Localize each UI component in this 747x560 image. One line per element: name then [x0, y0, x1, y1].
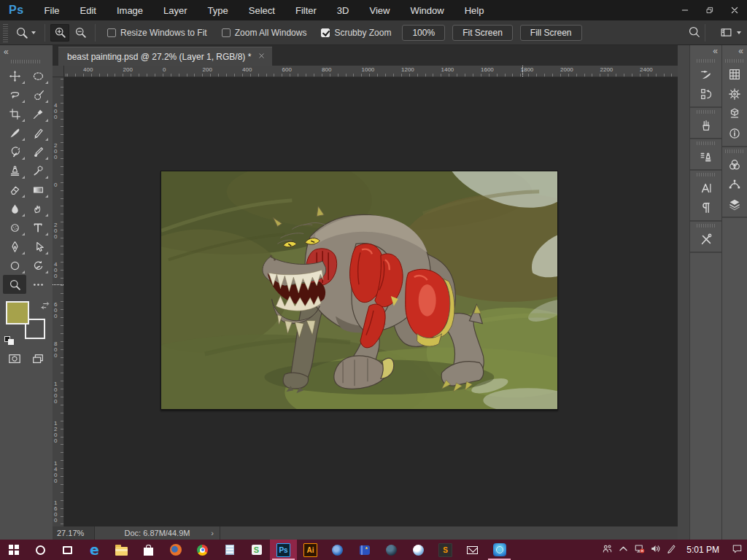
history-brush-tool[interactable]: [3, 142, 26, 161]
collapse-tools-icon[interactable]: [4, 47, 9, 57]
task-view-button[interactable]: [54, 540, 81, 560]
menu-window[interactable]: Window: [400, 1, 454, 20]
sponge-tool[interactable]: [3, 218, 26, 237]
crop-tool[interactable]: [3, 104, 26, 123]
zoom-all-windows-checkbox[interactable]: Zoom All Windows: [222, 28, 307, 38]
swap-colors-icon[interactable]: [40, 300, 50, 313]
channels-panel-icon[interactable]: [722, 155, 747, 174]
volume-icon[interactable]: [650, 543, 661, 557]
status-zoom-field[interactable]: 27.17%: [53, 526, 95, 540]
resize-windows-to-fit-checkbox[interactable]: Resize Windows to Fit: [107, 28, 207, 38]
sublime-text-app[interactable]: S: [432, 540, 459, 560]
color-replacement-tool[interactable]: [26, 142, 50, 161]
panel-group-grip[interactable]: [697, 110, 716, 114]
history-panel-icon[interactable]: [690, 84, 721, 104]
collapse-panels-icon[interactable]: [713, 46, 718, 56]
cortana-button[interactable]: [27, 540, 54, 560]
default-colors-icon[interactable]: [4, 336, 15, 345]
rotate-view-tool[interactable]: [26, 256, 50, 275]
brush-settings-panel-icon[interactable]: [690, 64, 721, 84]
character-panel-icon[interactable]: [690, 178, 721, 198]
people-icon[interactable]: [602, 543, 613, 557]
navigator-panel-icon[interactable]: [722, 84, 747, 104]
direct-selection-tool[interactable]: [26, 237, 50, 256]
eraser-tool[interactable]: [3, 180, 26, 199]
fill-screen-button[interactable]: Fill Screen: [520, 25, 582, 41]
clone-source-panel-icon[interactable]: [690, 147, 721, 166]
panel-group-grip[interactable]: [725, 149, 744, 153]
store-app[interactable]: [135, 540, 162, 560]
chrome-app[interactable]: [189, 540, 216, 560]
tor-browser-app[interactable]: [324, 540, 351, 560]
quick-selection-tool[interactable]: [26, 85, 50, 104]
menu-filter[interactable]: Filter: [285, 1, 327, 20]
3d-panel-icon[interactable]: [722, 104, 747, 123]
tools-panel-grip[interactable]: [11, 60, 42, 63]
panel-group-grip[interactable]: [697, 59, 716, 63]
scrubby-zoom-checkbox[interactable]: Scrubby Zoom: [321, 28, 391, 38]
edit-toolbar[interactable]: [26, 275, 50, 294]
notepad-app[interactable]: [216, 540, 243, 560]
photoshop-app[interactable]: Ps: [270, 540, 297, 560]
collapse-panels-icon[interactable]: [738, 46, 743, 56]
sharex-app[interactable]: S: [243, 540, 270, 560]
action-center-icon[interactable]: [732, 543, 743, 557]
fit-screen-button[interactable]: Fit Screen: [452, 25, 513, 41]
zoom-tool[interactable]: [3, 275, 26, 294]
quick-mask-button[interactable]: [8, 352, 21, 368]
menu-layer[interactable]: Layer: [153, 1, 198, 20]
menu-3d[interactable]: 3D: [327, 1, 360, 20]
pen-input-icon[interactable]: [666, 543, 677, 557]
edge-app[interactable]: e: [81, 540, 108, 560]
blur-tool[interactable]: [3, 199, 26, 218]
file-explorer-app[interactable]: [108, 540, 135, 560]
lasso-tool[interactable]: [3, 85, 26, 104]
pencil-tool[interactable]: [26, 123, 50, 142]
type-tool[interactable]: [26, 218, 50, 237]
ellipse-tool[interactable]: [3, 256, 26, 275]
mail-app[interactable]: [459, 540, 486, 560]
minimize-button[interactable]: [673, 1, 697, 19]
layers-panel-icon[interactable]: [722, 194, 747, 214]
brushes-panel-icon[interactable]: [690, 115, 721, 135]
smudge-tool[interactable]: [26, 199, 50, 218]
swatches-panel-icon[interactable]: [722, 64, 747, 84]
menu-image[interactable]: Image: [107, 1, 153, 20]
camtasia-app[interactable]: [486, 540, 513, 560]
zoom-out-mode-button[interactable]: [71, 24, 90, 42]
paragraph-panel-icon[interactable]: [690, 198, 721, 217]
status-doc-info[interactable]: Doc: 6.87M/44.9M: [95, 526, 220, 540]
search-icon[interactable]: [688, 26, 700, 40]
move-tool[interactable]: [3, 66, 26, 85]
tool-preset-picker[interactable]: [11, 25, 40, 41]
panel-group-grip[interactable]: [725, 59, 744, 63]
chevron-up-icon[interactable]: [618, 543, 629, 557]
start-button[interactable]: [0, 540, 27, 560]
menu-select[interactable]: Select: [239, 1, 285, 20]
menu-edit[interactable]: Edit: [70, 1, 107, 20]
close-button[interactable]: [722, 1, 747, 19]
clone-stamp-tool[interactable]: [3, 161, 26, 180]
globe-browser-app[interactable]: [378, 540, 405, 560]
foreground-color-swatch[interactable]: [6, 301, 29, 324]
horizontal-ruler[interactable]: 4002000200400600800100012001400160018002…: [64, 66, 678, 77]
menu-view[interactable]: View: [359, 1, 400, 20]
firefox-app[interactable]: [162, 540, 189, 560]
menu-file[interactable]: File: [34, 1, 70, 20]
panel-group-grip[interactable]: [697, 141, 716, 145]
close-tab-icon[interactable]: [258, 52, 265, 61]
brush-tool[interactable]: [3, 123, 26, 142]
art-history-brush-tool[interactable]: [26, 161, 50, 180]
pen-tool[interactable]: [3, 237, 26, 256]
status-chevron-icon[interactable]: [211, 529, 214, 537]
panel-gutter[interactable]: [678, 45, 689, 540]
clock[interactable]: 5:01 PM: [682, 545, 727, 555]
menu-type[interactable]: Type: [198, 1, 239, 20]
restore-button[interactable]: [697, 1, 722, 19]
screen-mode-button[interactable]: [31, 352, 44, 368]
options-bar-grip[interactable]: [3, 23, 8, 42]
gradient-tool[interactable]: [26, 180, 50, 199]
sphere-browser-app[interactable]: [405, 540, 432, 560]
panel-group-grip[interactable]: [697, 224, 716, 228]
ruler-origin-corner[interactable]: [53, 66, 64, 77]
